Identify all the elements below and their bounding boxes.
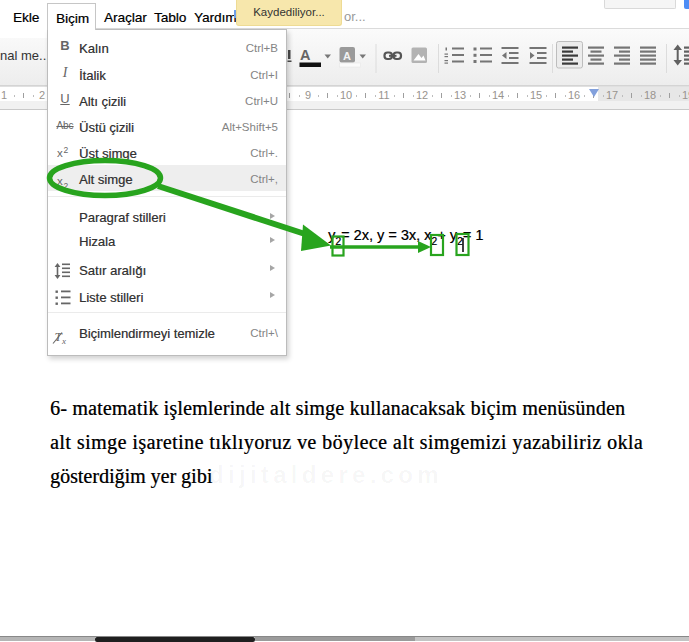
svg-text:A: A xyxy=(300,47,311,63)
svg-text:A: A xyxy=(343,50,351,62)
